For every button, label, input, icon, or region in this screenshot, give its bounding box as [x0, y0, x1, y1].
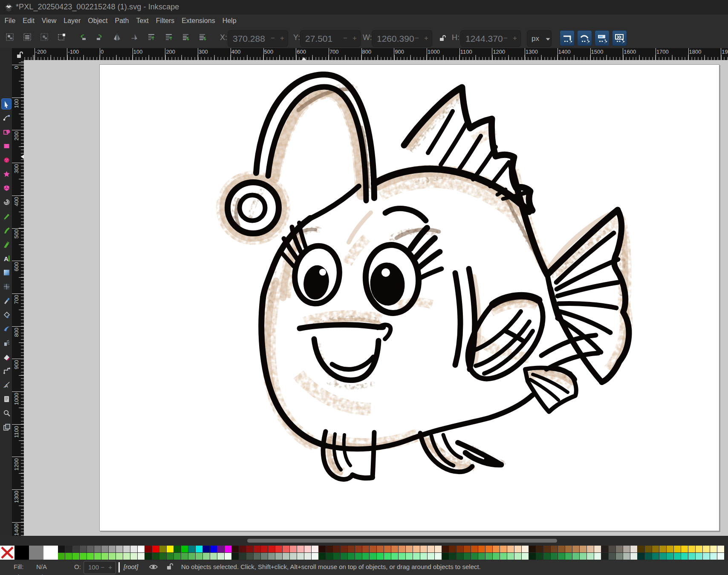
- svg-text:A: A: [4, 255, 9, 262]
- svg-text:A: A: [5, 384, 8, 388]
